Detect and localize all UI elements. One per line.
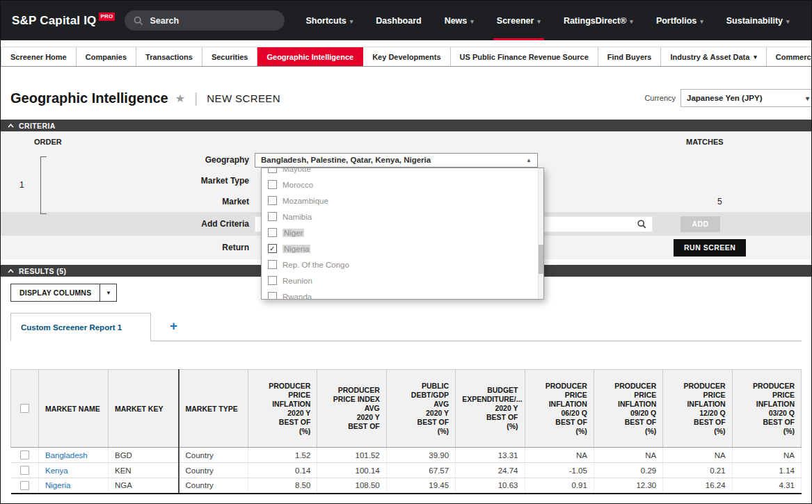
market-name-link[interactable]: Kenya xyxy=(39,463,109,478)
column-header-market-type[interactable]: MARKET TYPE xyxy=(179,370,248,448)
geography-select[interactable]: Bangladesh, Palestine, Qatar, Kenya, Nig… xyxy=(255,153,538,168)
chevron-up-icon xyxy=(8,124,14,128)
market-type-cell: Country xyxy=(179,448,248,463)
report-tab-label: Custom Screener Report 1 xyxy=(21,323,122,332)
checkbox-icon[interactable] xyxy=(268,228,277,237)
row-checkbox[interactable] xyxy=(20,450,29,460)
chevron-down-icon: ▾ xyxy=(537,18,541,25)
select-all-cell xyxy=(11,370,39,448)
dropdown-item-reunion[interactable]: Reunion xyxy=(262,273,543,288)
active-nav-indicator xyxy=(493,38,544,40)
dropdown-item-rep-of-the-congo[interactable]: Rep. Of the Congo xyxy=(262,257,543,273)
checkbox-checked-icon[interactable]: ✓ xyxy=(268,244,277,253)
dropdown-item-namibia[interactable]: Namibia xyxy=(262,209,543,225)
dropdown-item-morocco[interactable]: Morocco xyxy=(262,177,543,193)
tab-commercial-prospect[interactable]: Commercial Prospect xyxy=(767,47,811,66)
dropdown-item-mozambique[interactable]: Mozambique xyxy=(262,193,543,209)
nav-ratingsdirect[interactable]: RatingsDirect® ▾ xyxy=(564,1,633,40)
tab-companies[interactable]: Companies xyxy=(77,47,136,66)
run-screen-button[interactable]: RUN SCREEN xyxy=(674,239,746,257)
column-header-ppi-03-20q[interactable]: PRODUCER PRICE INFLATION 03/20 Q BEST OF… xyxy=(732,370,801,448)
value-cell: 1.14 xyxy=(732,463,801,478)
column-header-price-index-avg[interactable]: PRODUCER PRICE INDEX AVG 2020 Y BEST OF xyxy=(317,370,386,448)
dropdown-item-mayotte[interactable]: Mayotte xyxy=(262,168,543,177)
checkbox-icon[interactable] xyxy=(268,292,277,300)
criteria-section-header[interactable]: CRITERIA xyxy=(1,120,811,131)
display-columns-dropdown-toggle[interactable]: ▼ xyxy=(99,284,116,301)
value-cell: NA xyxy=(732,448,801,463)
chevron-down-icon: ▾ xyxy=(754,54,757,60)
nav-sustainability[interactable]: Sustainability ▾ xyxy=(726,1,790,40)
nav-shortcuts[interactable]: Shortcuts ▾ xyxy=(305,1,353,40)
results-table: MARKET NAME MARKET KEY MARKET TYPE PRODU… xyxy=(10,369,802,494)
tab-securities[interactable]: Securities xyxy=(202,47,258,66)
global-search[interactable] xyxy=(125,10,285,31)
add-button[interactable]: ADD xyxy=(680,216,720,232)
market-name-link[interactable]: Nigeria xyxy=(39,478,109,494)
tab-screener-home[interactable]: Screener Home xyxy=(1,47,77,66)
value-cell: 16.24 xyxy=(663,478,732,494)
tab-industry-asset-data[interactable]: Industry & Asset Data ▾ xyxy=(661,47,766,66)
column-header-ppi-2020y[interactable]: PRODUCER PRICE INFLATION 2020 Y BEST OF … xyxy=(248,370,317,448)
brand-name: S&P Capital IQ xyxy=(12,14,97,28)
select-all-checkbox[interactable] xyxy=(20,404,29,413)
chevron-down-icon: ▾ xyxy=(470,18,474,25)
matches-count: 5 xyxy=(717,197,722,206)
nav-label: Portfolios xyxy=(656,16,696,26)
tab-custom-screener-report-1[interactable]: Custom Screener Report 1 xyxy=(10,313,151,341)
dropdown-item-nigeria[interactable]: ✓ Nigeria xyxy=(262,241,543,257)
nav-dashboard[interactable]: Dashboard xyxy=(376,1,421,40)
checkbox-icon[interactable] xyxy=(268,260,277,269)
section-title: RESULTS (5) xyxy=(19,267,66,275)
tab-key-developments[interactable]: Key Developments xyxy=(363,47,450,66)
column-header-market-name[interactable]: MARKET NAME xyxy=(39,370,109,448)
nav-portfolios[interactable]: Portfolios ▾ xyxy=(656,1,703,40)
tab-label: Securities xyxy=(212,53,248,61)
tab-geographic-intelligence[interactable]: Geographic Intelligence xyxy=(257,47,363,66)
value-cell: 0.14 xyxy=(248,463,317,478)
tab-us-public-finance-revenue-source[interactable]: US Public Finance Revenue Source xyxy=(451,47,598,66)
value-cell: 1.52 xyxy=(248,448,317,463)
tab-find-buyers[interactable]: Find Buyers xyxy=(598,47,662,66)
display-columns-button[interactable]: DISPLAY COLUMNS ▼ xyxy=(10,284,117,302)
column-header-ppi-12-20q[interactable]: PRODUCER PRICE INFLATION 12/20 Q BEST OF… xyxy=(663,370,732,448)
checkbox-icon[interactable] xyxy=(268,276,277,285)
chevron-down-icon: ▾ xyxy=(700,18,703,25)
search-input[interactable] xyxy=(150,16,276,26)
currency-value: Japanese Yen (JPY) xyxy=(687,94,762,102)
column-header-ppi-09-20q[interactable]: PRODUCER PRICE INFLATION 09/20 Q BEST OF… xyxy=(594,370,662,448)
currency-label: Currency xyxy=(644,94,676,102)
dropdown-scrollbar[interactable] xyxy=(538,168,543,299)
dropdown-item-rwanda[interactable]: Rwanda xyxy=(262,288,543,300)
checkbox-icon[interactable] xyxy=(268,212,277,221)
currency-select[interactable]: Japanese Yen (JPY) ▾ xyxy=(680,89,812,107)
value-cell: 0.29 xyxy=(594,463,662,478)
row-checkbox[interactable] xyxy=(20,466,29,475)
market-name-link[interactable]: Bangladesh xyxy=(39,448,109,463)
column-header-public-debt-gdp[interactable]: PUBLIC DEBT/GDP AVG 2020 Y BEST OF (%) xyxy=(386,370,455,448)
add-report-tab-button[interactable]: + xyxy=(170,319,177,332)
brand-logo[interactable]: S&P Capital IQ PRO xyxy=(12,14,115,28)
checkbox-icon[interactable] xyxy=(268,196,277,205)
column-header-ppi-06-20q[interactable]: PRODUCER PRICE INFLATION 06/20 Q BEST OF… xyxy=(525,370,594,448)
capital-iq-window: S&P Capital IQ PRO Shortcuts ▾ Dashboard… xyxy=(0,0,812,504)
checkbox-icon[interactable] xyxy=(268,180,277,189)
report-tab-row: Custom Screener Report 1 + xyxy=(10,313,802,341)
row-checkbox[interactable] xyxy=(20,481,29,490)
nav-screener[interactable]: Screener ▾ xyxy=(497,1,541,40)
order-number: 1 xyxy=(19,180,24,190)
nav-label: Screener xyxy=(497,16,534,26)
tab-transactions[interactable]: Transactions xyxy=(136,47,202,66)
scrollbar-thumb[interactable] xyxy=(539,245,544,274)
checkbox-icon[interactable] xyxy=(268,168,277,173)
column-header-budget-expenditure[interactable]: BUDGET EXPENDITURE/... 2020 Y BEST OF (%… xyxy=(456,370,525,448)
table-row-kenya: Kenya KEN Country 0.14 100.14 67.57 24.7… xyxy=(11,463,802,478)
nav-label: Sustainability xyxy=(726,16,783,26)
nav-news[interactable]: News ▾ xyxy=(445,1,474,40)
tab-label: Companies xyxy=(86,53,127,61)
column-header-market-key[interactable]: MARKET KEY xyxy=(109,370,179,448)
value-cell: 100.14 xyxy=(317,463,386,478)
table-header: MARKET NAME MARKET KEY MARKET TYPE PRODU… xyxy=(11,370,802,448)
favorite-star-icon[interactable]: ★ xyxy=(175,92,185,105)
dropdown-item-niger[interactable]: Niger xyxy=(262,225,543,241)
